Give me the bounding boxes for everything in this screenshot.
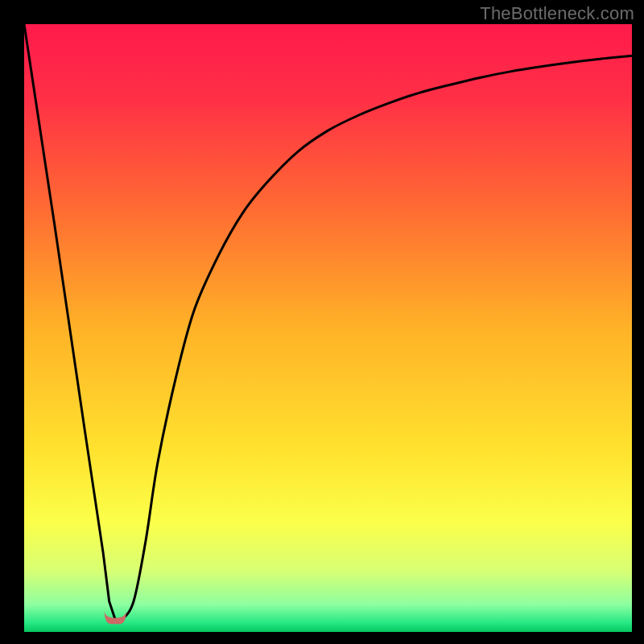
plot-area bbox=[24, 24, 632, 632]
chart-frame: TheBottleneck.com bbox=[0, 0, 644, 644]
watermark-text: TheBottleneck.com bbox=[480, 3, 634, 24]
chart-svg bbox=[24, 24, 632, 632]
gradient-background bbox=[24, 24, 632, 632]
